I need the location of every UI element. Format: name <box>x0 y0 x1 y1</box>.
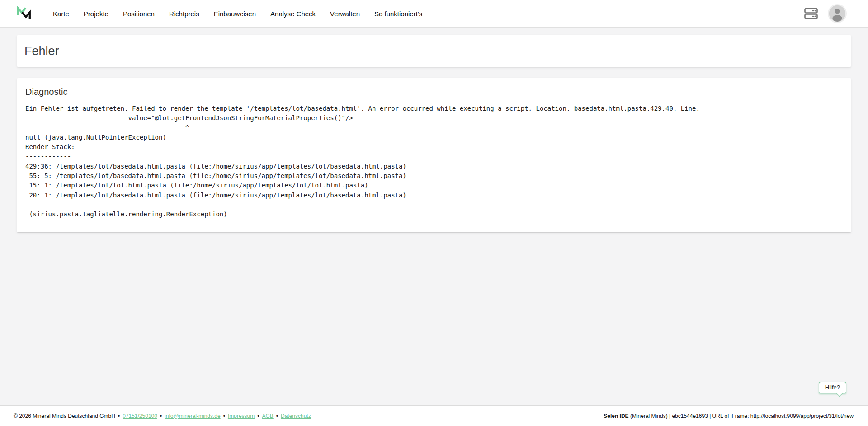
footer-separator: • <box>160 413 162 419</box>
footer-link-email[interactable]: info@mineral-minds.de <box>165 413 221 419</box>
nav-item-projekte[interactable]: Projekte <box>82 7 110 20</box>
nav-item-einbauweisen[interactable]: Einbauweisen <box>212 7 257 20</box>
help-button[interactable]: Hilfe? <box>819 382 846 393</box>
footer: © 2026 Mineral Minds Deutschland GmbH•07… <box>0 405 868 426</box>
footer-ide-name: Selen IDE <box>604 413 628 419</box>
footer-system-info: Selen IDE (Mineral Minds) | ebc1544e1693… <box>604 413 854 419</box>
footer-link-agb[interactable]: AGB <box>262 413 273 419</box>
footer-copyright: © 2026 Mineral Minds Deutschland GmbH <box>14 413 115 419</box>
footer-ide-details: (Mineral Minds) | ebc1544e1693 | URL of … <box>629 413 854 419</box>
footer-link-phone[interactable]: 07151/250100 <box>123 413 157 419</box>
page-title: Fehler <box>24 44 59 58</box>
nav-item-richtpreis[interactable]: Richtpreis <box>168 7 201 20</box>
error-title-card: Fehler <box>17 35 851 67</box>
footer-link-datenschutz[interactable]: Datenschutz <box>281 413 311 419</box>
user-avatar[interactable] <box>829 5 845 22</box>
nav-right-icons <box>804 5 845 22</box>
nav-item-karte[interactable]: Karte <box>52 7 71 20</box>
top-navbar: Karte Projekte Positionen Richtpreis Ein… <box>0 0 868 28</box>
footer-left: © 2026 Mineral Minds Deutschland GmbH•07… <box>14 413 311 419</box>
footer-separator: • <box>223 413 225 419</box>
nav-item-so-funktionierts[interactable]: So funktioniert's <box>373 7 424 20</box>
nav-item-positionen[interactable]: Positionen <box>122 7 156 20</box>
footer-separator: • <box>257 413 259 419</box>
nav-item-analyse-check[interactable]: Analyse Check <box>269 7 317 20</box>
help-button-label: Hilfe? <box>825 384 840 391</box>
footer-separator: • <box>118 413 120 419</box>
mineral-minds-logo[interactable] <box>16 6 32 21</box>
help-bubble-tail <box>836 390 843 397</box>
logo-icon <box>16 6 32 21</box>
diagnostic-heading: Diagnostic <box>25 87 843 97</box>
footer-link-impressum[interactable]: Impressum <box>228 413 255 419</box>
nav-links: Karte Projekte Positionen Richtpreis Ein… <box>52 7 424 20</box>
nav-item-verwalten[interactable]: Verwalten <box>329 7 361 20</box>
diagnostic-card: Diagnostic Ein Fehler ist aufgetreten: F… <box>17 78 851 232</box>
diagnostic-stacktrace: Ein Fehler ist aufgetreten: Failed to re… <box>25 104 843 220</box>
footer-separator: • <box>276 413 278 419</box>
server-icon[interactable] <box>804 7 818 20</box>
main-content: Fehler Diagnostic Ein Fehler ist aufgetr… <box>0 28 868 405</box>
